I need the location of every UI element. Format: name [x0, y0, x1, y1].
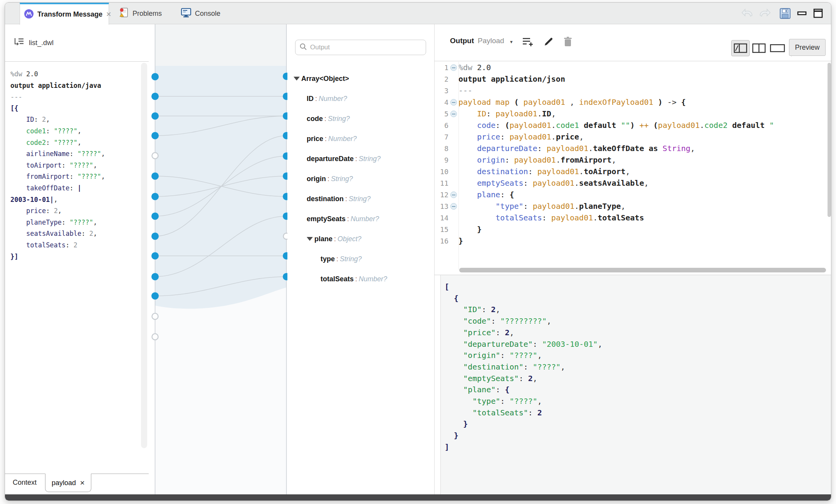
- mapping-anchor[interactable]: [151, 292, 159, 300]
- tree-row[interactable]: origin:String?: [307, 173, 353, 185]
- tab-context[interactable]: Context: [13, 479, 37, 487]
- code-token: "departureDate": [463, 339, 533, 349]
- mapping-anchor-empty[interactable]: [152, 153, 158, 159]
- input-editor-scrollbar[interactable]: [141, 63, 147, 448]
- code-token: [10, 161, 26, 169]
- code-token: "2003-10-01": [542, 339, 598, 349]
- mapping-anchor[interactable]: [151, 193, 159, 200]
- code-token: :: [495, 328, 505, 337]
- preview-json[interactable]: [ { "ID": 2, "code": "????????", "price"…: [445, 281, 602, 453]
- dw-code-line: 14 totalSeats: payload01.totalSeats: [435, 212, 831, 223]
- add-transformation-button[interactable]: [521, 35, 535, 48]
- mapping-anchor-empty[interactable]: [284, 233, 288, 239]
- fold-column: [448, 99, 458, 106]
- tree-row[interactable]: Array<Object>: [294, 73, 349, 84]
- close-icon[interactable]: ✕: [80, 479, 85, 487]
- fold-collapse-icon[interactable]: [450, 192, 457, 198]
- close-icon[interactable]: ✕: [106, 11, 111, 18]
- code-token: payload01: [533, 202, 574, 211]
- mapping-anchor[interactable]: [151, 93, 159, 100]
- tab-problems[interactable]: Problems: [116, 3, 165, 24]
- view-code-button[interactable]: [768, 40, 787, 56]
- chevron-down-icon[interactable]: ▾: [510, 39, 513, 45]
- tree-row[interactable]: price:Number?: [307, 133, 357, 144]
- code-token: "????????": [500, 316, 547, 326]
- expander-triangle-icon[interactable]: [294, 77, 300, 81]
- mapping-anchor-empty[interactable]: [152, 313, 158, 319]
- tree-row[interactable]: destination:String?: [307, 193, 371, 205]
- tab-console[interactable]: Console: [178, 3, 223, 24]
- tree-row[interactable]: departureDate:String?: [307, 153, 381, 165]
- save-icon[interactable]: [779, 7, 791, 20]
- view-mapping-button[interactable]: [731, 40, 750, 56]
- mapping-anchor[interactable]: [151, 233, 159, 240]
- code-token: :: [500, 132, 509, 141]
- mapping-anchor-empty[interactable]: [152, 334, 158, 340]
- tree-row[interactable]: emptySeats:Number?: [307, 213, 379, 225]
- code-token: "": [621, 121, 630, 130]
- preview-button[interactable]: Preview: [789, 39, 826, 56]
- tree-row[interactable]: type:String?: [321, 253, 362, 265]
- tree-row[interactable]: ID:Number?: [307, 93, 347, 104]
- code-token: ->: [667, 97, 681, 107]
- mapping-anchor[interactable]: [151, 173, 159, 180]
- code-token: [458, 155, 477, 165]
- code-token: :: [528, 408, 537, 417]
- minimize-button[interactable]: [797, 7, 807, 20]
- code-token: ,: [58, 207, 62, 215]
- dw-code-line: 9 origin: payload01.fromAirport,: [435, 154, 831, 166]
- redo-button[interactable]: [758, 7, 771, 20]
- line-number: 3: [435, 87, 448, 95]
- code-token: :: [70, 173, 77, 180]
- mapping-anchor[interactable]: [151, 252, 159, 260]
- code-text: plane: {: [458, 190, 514, 199]
- code-token: ,: [495, 305, 500, 314]
- field-type: String?: [328, 115, 350, 123]
- code-token: 2003-10-01|: [10, 196, 54, 203]
- mapping-anchor[interactable]: [151, 213, 159, 220]
- code-token: ,: [77, 139, 81, 146]
- mapping-anchor[interactable]: [151, 113, 159, 120]
- fold-collapse-icon[interactable]: [450, 111, 457, 117]
- tree-row[interactable]: code:String?: [307, 113, 350, 124]
- tab-payload[interactable]: payload ✕: [45, 474, 91, 492]
- view-split-button[interactable]: [750, 40, 768, 56]
- code-token: [445, 396, 472, 406]
- code-token: .: [574, 178, 579, 188]
- tree-row[interactable]: plane:Object?: [307, 233, 361, 245]
- search-input[interactable]: [310, 44, 410, 51]
- fold-collapse-icon[interactable]: [450, 64, 457, 71]
- line-number: 4: [435, 98, 448, 106]
- dataweave-code-editor[interactable]: 1%dw 2.02output application/json3---4pay…: [435, 62, 831, 275]
- field-type: String?: [340, 255, 362, 263]
- preview-json-line: [: [445, 281, 602, 293]
- code-vertical-scrollbar[interactable]: [828, 63, 831, 217]
- payload-selector[interactable]: Payload: [478, 37, 504, 45]
- maximize-button[interactable]: [813, 7, 823, 20]
- code-horizontal-scrollbar[interactable]: [459, 268, 826, 272]
- mapping-anchor[interactable]: [151, 73, 159, 81]
- tree-row[interactable]: totalSeats:Number?: [321, 273, 387, 285]
- code-token: {: [445, 294, 458, 303]
- edit-pencil-icon[interactable]: [542, 35, 556, 48]
- code-token: ,: [537, 351, 542, 360]
- tab-transform-message[interactable]: Transform Message ✕: [20, 3, 109, 25]
- code-token: :: [519, 374, 528, 383]
- code-text: "type": payload01.planeType,: [458, 202, 626, 211]
- code-token: "????": [510, 396, 537, 406]
- delete-trash-icon[interactable]: [561, 35, 575, 48]
- code-token: [10, 127, 26, 135]
- output-search-box[interactable]: [295, 40, 426, 55]
- code-token: toAirport: [584, 167, 625, 176]
- dw-code-line: 5 ID: payload01.ID,: [435, 108, 831, 119]
- input-code-line: price: 2,: [10, 205, 149, 217]
- preview-json-line: ]: [445, 442, 602, 453]
- expander-triangle-icon[interactable]: [307, 237, 313, 241]
- mapping-anchor[interactable]: [151, 273, 159, 281]
- undo-button[interactable]: [741, 7, 754, 20]
- mapping-canvas[interactable]: [149, 24, 287, 495]
- fold-collapse-icon[interactable]: [450, 203, 457, 210]
- fold-collapse-icon[interactable]: [450, 99, 457, 106]
- mapping-anchor[interactable]: [151, 132, 159, 139]
- input-code-editor[interactable]: %dw 2.0output application/java---[{ ID: …: [5, 62, 149, 262]
